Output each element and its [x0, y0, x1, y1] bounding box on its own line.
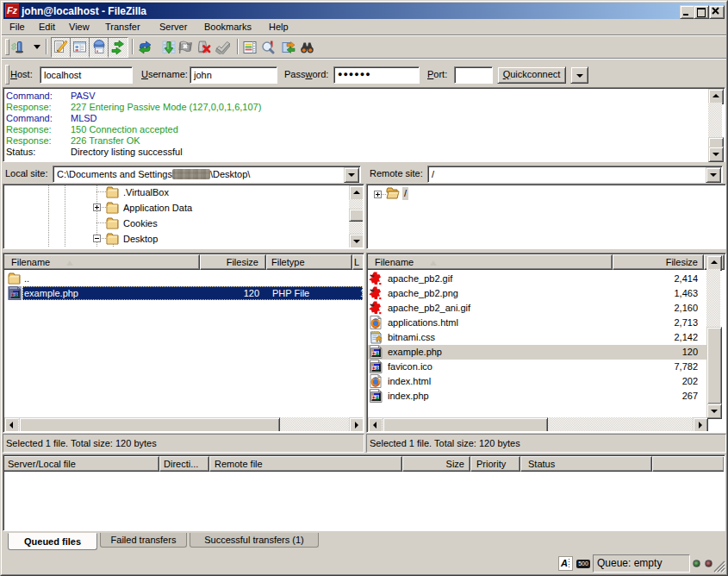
svg-text:Fz: Fz: [7, 5, 18, 16]
